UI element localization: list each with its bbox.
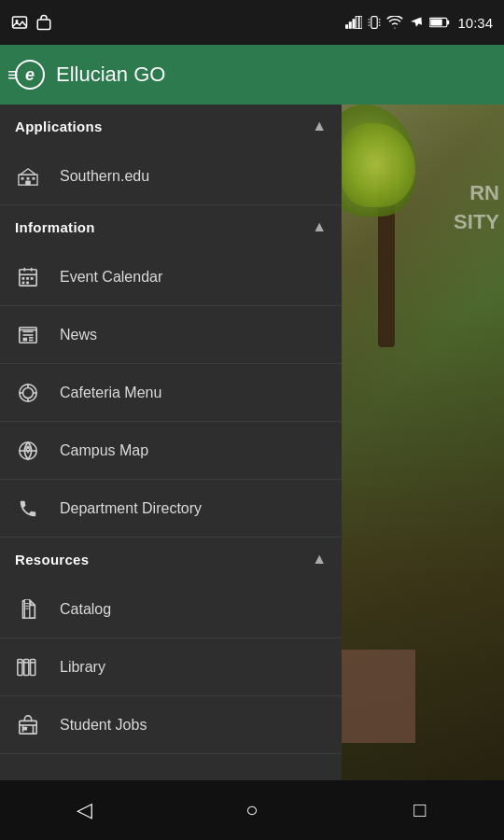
svg-rect-28 <box>22 277 25 280</box>
menu-item-news[interactable]: News <box>0 306 342 364</box>
svg-rect-17 <box>431 19 443 25</box>
svg-rect-31 <box>22 281 25 284</box>
svg-rect-8 <box>371 17 377 29</box>
svg-rect-3 <box>345 24 348 29</box>
airplane-icon <box>409 15 424 30</box>
svg-point-49 <box>26 445 30 449</box>
bag-icon <box>35 14 52 31</box>
svg-rect-36 <box>23 337 28 341</box>
menu-item-event-calendar-label: Event Calendar <box>60 269 162 286</box>
cafeteria-icon <box>15 380 41 406</box>
building-bg <box>341 650 415 743</box>
section-information-label: Information <box>15 219 95 235</box>
menu-item-southern-edu-label: Southern.edu <box>60 168 149 185</box>
image-icon <box>11 14 28 31</box>
section-applications-header[interactable]: Applications ▲ <box>0 105 342 147</box>
map-icon <box>15 438 41 464</box>
menu-item-library-label: Library <box>60 659 105 676</box>
jobs-icon <box>15 712 41 738</box>
svg-rect-29 <box>26 277 29 280</box>
menu-item-southern-edu[interactable]: Southern.edu <box>0 147 342 205</box>
battery-icon <box>429 17 450 28</box>
background-image: RN SITY <box>341 105 504 780</box>
back-button[interactable]: ◁ <box>56 790 112 831</box>
app-title: Ellucian GO <box>56 63 165 87</box>
svg-rect-4 <box>349 21 352 29</box>
menu-item-student-jobs[interactable]: Student Jobs <box>0 696 342 754</box>
phone-icon <box>15 496 41 522</box>
svg-rect-54 <box>18 659 22 675</box>
menu-item-cafeteria-label: Cafeteria Menu <box>60 385 161 401</box>
chevron-up-icon-info: ▲ <box>312 218 327 235</box>
news-icon <box>15 322 41 348</box>
calendar-icon <box>15 264 41 290</box>
chevron-up-icon: ▲ <box>312 118 327 134</box>
vibrate-icon <box>368 15 381 30</box>
menu-item-campus-map-label: Campus Map <box>60 442 148 459</box>
menu-item-campus-map[interactable]: Campus Map <box>0 422 342 480</box>
bg-text-overlay: RN SITY <box>454 179 499 237</box>
svg-rect-32 <box>26 281 29 284</box>
hamburger-icon[interactable]: ≡ <box>7 64 19 86</box>
status-bar-right: 10:34 <box>345 15 493 31</box>
app-header: ≡ e Ellucian GO <box>0 45 504 105</box>
svg-rect-5 <box>353 19 356 29</box>
section-resources-label: Resources <box>15 552 89 567</box>
menu-item-student-jobs-label: Student Jobs <box>60 717 147 734</box>
svg-rect-16 <box>447 21 449 25</box>
svg-rect-20 <box>27 176 30 179</box>
menu-item-catalog[interactable]: Catalog <box>0 581 342 638</box>
svg-rect-7 <box>359 16 362 29</box>
home-button[interactable]: ○ <box>224 790 280 831</box>
signal-icon <box>345 16 362 29</box>
app-logo: e <box>15 60 45 90</box>
chevron-up-icon-resources: ▲ <box>312 551 327 567</box>
section-information-header[interactable]: Information ▲ <box>0 205 342 248</box>
svg-rect-22 <box>25 180 31 185</box>
catalog-icon <box>15 596 41 623</box>
bottom-navigation: ◁ ○ □ <box>0 780 504 840</box>
menu-item-library[interactable]: Library <box>0 638 342 696</box>
status-bar-left <box>11 14 52 31</box>
svg-rect-2 <box>37 20 50 30</box>
menu-item-department-directory[interactable]: Department Directory <box>0 480 342 538</box>
svg-rect-21 <box>33 176 35 179</box>
menu-item-event-calendar[interactable]: Event Calendar <box>0 248 342 306</box>
time-display: 10:34 <box>457 15 493 31</box>
svg-rect-30 <box>31 277 34 280</box>
section-applications-label: Applications <box>15 119 103 134</box>
svg-rect-0 <box>13 17 27 28</box>
svg-rect-19 <box>21 176 24 179</box>
svg-point-41 <box>23 387 34 398</box>
navigation-drawer: Applications ▲ Southern.edu Information … <box>0 105 342 780</box>
building-icon <box>15 163 41 189</box>
menu-item-cafeteria-menu[interactable]: Cafeteria Menu <box>0 364 342 422</box>
status-bar: 10:34 <box>0 0 504 45</box>
menu-item-news-label: News <box>60 327 97 343</box>
menu-item-catalog-label: Catalog <box>60 601 111 618</box>
section-resources-header[interactable]: Resources ▲ <box>0 538 342 581</box>
svg-rect-56 <box>31 659 35 675</box>
svg-rect-60 <box>20 721 36 734</box>
svg-rect-55 <box>24 659 29 675</box>
wifi-icon <box>386 16 403 29</box>
library-icon <box>15 654 41 680</box>
recents-button[interactable]: □ <box>392 790 448 831</box>
menu-item-department-directory-label: Department Directory <box>60 500 202 517</box>
svg-rect-6 <box>357 16 359 29</box>
